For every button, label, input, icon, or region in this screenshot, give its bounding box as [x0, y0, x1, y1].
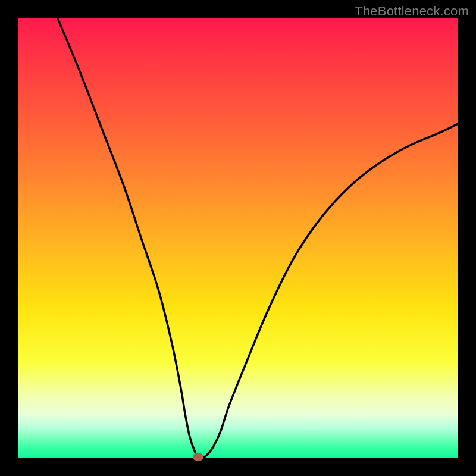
curve-path [58, 18, 458, 458]
watermark-text: TheBottleneck.com [355, 4, 469, 19]
chart-frame: TheBottleneck.com [0, 0, 476, 476]
optimal-marker [193, 453, 203, 461]
bottleneck-curve [18, 18, 458, 458]
